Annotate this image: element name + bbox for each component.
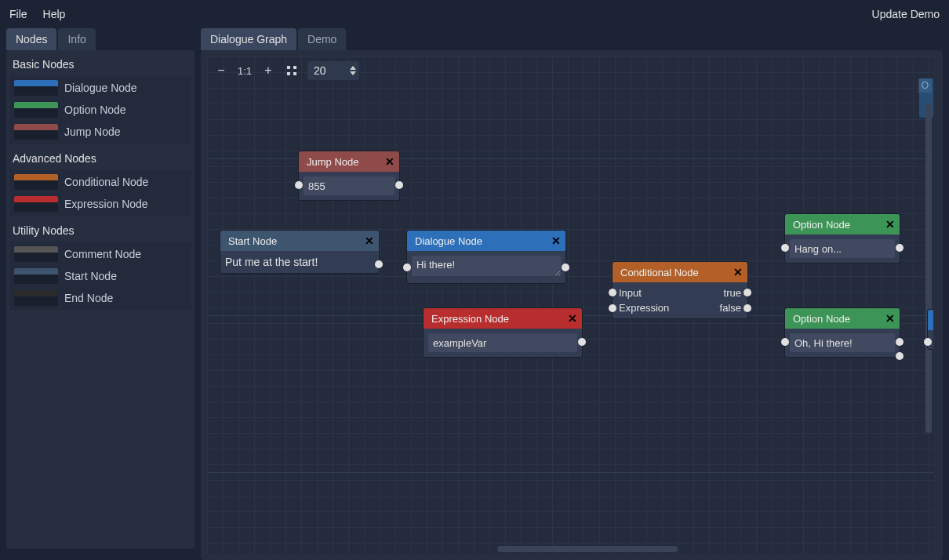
input-port[interactable] xyxy=(781,338,789,346)
graph-toolbar: − 1:1 + 20 xyxy=(213,61,359,80)
start-node-icon xyxy=(14,268,58,284)
jump-node[interactable]: Jump Node ✕ xyxy=(298,151,400,201)
tab-demo[interactable]: Demo xyxy=(298,28,346,50)
section-utility: Comment Node Start Node End Node xyxy=(9,242,191,311)
zoom-in-button[interactable]: + xyxy=(260,63,276,78)
jump-value-input[interactable] xyxy=(304,176,395,195)
snap-icon[interactable] xyxy=(284,63,300,78)
option-node-1[interactable]: Option Node ✕ xyxy=(784,213,900,264)
conditional-node-title[interactable]: Conditional Node ✕ xyxy=(613,262,747,282)
palette-expression-node[interactable]: Expression Node xyxy=(9,193,191,215)
true-port[interactable] xyxy=(744,289,751,296)
expression-node[interactable]: Expression Node ✕ xyxy=(423,307,583,358)
node-title-label: Jump Node xyxy=(307,156,358,168)
jump-node-title[interactable]: Jump Node ✕ xyxy=(299,151,399,172)
palette-start-node[interactable]: Start Node xyxy=(9,265,191,287)
jump-node-icon xyxy=(14,124,58,140)
menu-help[interactable]: Help xyxy=(43,8,66,20)
menubar-left: File Help xyxy=(9,8,65,20)
conditional-node[interactable]: Conditional Node ✕ Input true Expression… xyxy=(612,261,748,319)
output-port-2[interactable] xyxy=(896,352,904,360)
output-port[interactable] xyxy=(375,260,383,268)
palette-label: Expression Node xyxy=(64,198,148,210)
option-text-input[interactable] xyxy=(790,333,895,352)
output-port[interactable] xyxy=(562,264,569,271)
main: Nodes Info Basic Nodes Dialogue Node Opt… xyxy=(0,28,949,560)
close-icon[interactable]: ✕ xyxy=(885,218,895,231)
menu-file[interactable]: File xyxy=(9,8,27,20)
tab-info[interactable]: Info xyxy=(58,28,95,50)
tab-nodes[interactable]: Nodes xyxy=(6,28,56,50)
output-port[interactable] xyxy=(896,338,904,346)
graph[interactable]: − 1:1 + 20 xyxy=(207,56,933,554)
zoom-reset-button[interactable]: 1:1 xyxy=(237,63,253,78)
sidebar-panel: Basic Nodes Dialogue Node Option Node Ju… xyxy=(6,50,195,549)
input-port[interactable] xyxy=(781,244,789,252)
comment-node-icon xyxy=(14,246,58,262)
conditional-node-icon xyxy=(14,174,58,190)
palette-option-node[interactable]: Option Node xyxy=(9,99,191,121)
start-node-title[interactable]: Start Node ✕ xyxy=(220,231,379,251)
input-port[interactable] xyxy=(924,338,932,346)
section-advanced: Conditional Node Expression Node xyxy=(9,169,191,216)
option-node-2[interactable]: Option Node ✕ xyxy=(784,307,900,358)
section-advanced-header: Advanced Nodes xyxy=(6,147,195,169)
palette-label: End Node xyxy=(64,292,113,304)
input-port[interactable] xyxy=(295,181,303,189)
false-port[interactable] xyxy=(744,304,751,312)
output-port[interactable] xyxy=(395,181,403,189)
snap-value: 20 xyxy=(314,64,326,77)
option-node-title[interactable]: Option Node ✕ xyxy=(785,308,900,329)
output-port[interactable] xyxy=(896,244,904,252)
section-basic: Dialogue Node Option Node Jump Node xyxy=(9,75,191,144)
input-label: Input xyxy=(619,287,642,299)
output-port[interactable] xyxy=(578,338,586,346)
palette-label: Jump Node xyxy=(64,125,121,138)
content-tabs: Dialogue Graph Demo xyxy=(201,28,943,50)
node-title-label: D xyxy=(933,315,933,326)
close-icon[interactable]: ✕ xyxy=(733,266,743,278)
close-icon[interactable]: ✕ xyxy=(365,235,374,247)
close-icon[interactable]: ✕ xyxy=(385,155,395,168)
palette-comment-node[interactable]: Comment Node xyxy=(9,243,191,265)
expression-node-icon xyxy=(14,196,58,212)
tab-dialogue-graph[interactable]: Dialogue Graph xyxy=(201,28,296,50)
snap-spinner[interactable] xyxy=(350,66,356,75)
close-icon[interactable]: ✕ xyxy=(551,235,561,247)
content: Dialogue Graph Demo − 1:1 + 20 xyxy=(201,28,943,560)
palette-label: Comment Node xyxy=(64,248,141,260)
false-label: false xyxy=(720,302,741,314)
dialogue-node-title[interactable]: Dialogue Node ✕ xyxy=(407,231,565,251)
palette-label: Start Node xyxy=(64,270,117,282)
node-title-label: Expression Node xyxy=(431,313,509,325)
palette-end-node[interactable]: End Node xyxy=(9,287,191,309)
expression-node-title[interactable]: Expression Node ✕ xyxy=(424,308,582,329)
input-port[interactable] xyxy=(403,264,411,271)
dialogue-node[interactable]: Dialogue Node ✕ xyxy=(406,230,566,284)
palette-conditional-node[interactable]: Conditional Node xyxy=(9,171,191,193)
close-icon[interactable]: ✕ xyxy=(568,312,577,325)
spin-up-icon[interactable] xyxy=(350,66,356,70)
expression-label: Expression xyxy=(619,302,669,314)
expression-port[interactable] xyxy=(609,304,616,312)
update-demo-button[interactable]: Update Demo xyxy=(872,8,940,20)
start-node[interactable]: Start Node ✕ Put me at the start! xyxy=(220,230,380,274)
close-icon[interactable]: ✕ xyxy=(885,312,895,325)
graph-container: − 1:1 + 20 xyxy=(201,50,943,560)
start-node-text: Put me at the start! xyxy=(225,256,318,268)
option-node-title[interactable]: Option Node ✕ xyxy=(785,214,900,235)
input-port[interactable] xyxy=(609,289,616,296)
expression-value-input[interactable] xyxy=(428,333,577,352)
palette-jump-node[interactable]: Jump Node xyxy=(9,121,191,143)
zoom-out-button[interactable]: − xyxy=(213,63,229,78)
snap-value-input[interactable]: 20 xyxy=(307,61,359,80)
graph-nodes: Start Node ✕ Put me at the start! Jump N… xyxy=(207,56,933,554)
section-utility-header: Utility Nodes xyxy=(6,220,195,242)
peek-dialogue-node[interactable]: D xyxy=(927,309,933,350)
end-node-icon xyxy=(14,290,58,306)
spin-down-icon[interactable] xyxy=(350,71,356,75)
node-title-label: Dialogue Node xyxy=(415,235,482,247)
palette-dialogue-node[interactable]: Dialogue Node xyxy=(9,77,191,99)
dialogue-text-input[interactable] xyxy=(412,256,561,276)
option-text-input[interactable] xyxy=(790,239,895,258)
